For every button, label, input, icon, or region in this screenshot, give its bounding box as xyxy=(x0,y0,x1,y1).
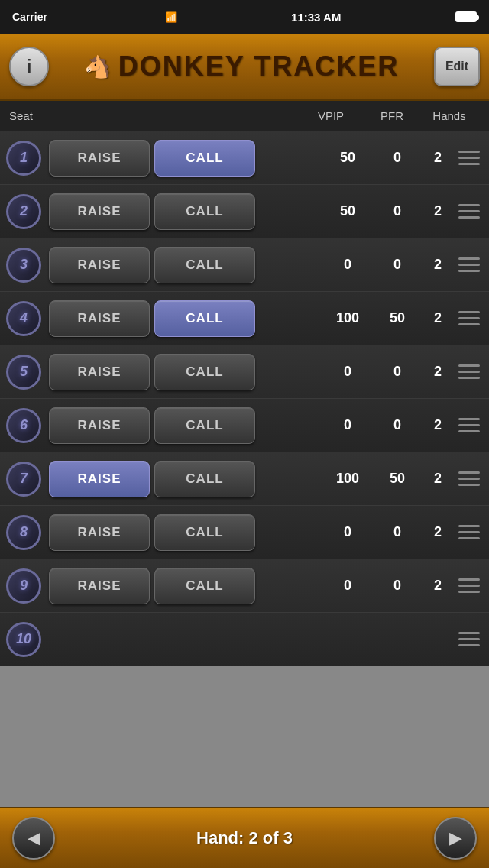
seat-row-4: 4 RAISE CALL 100 50 2 xyxy=(0,292,489,345)
pfr-value-6: 0 xyxy=(374,417,420,433)
menu-line-1-3 xyxy=(458,257,480,260)
stats-area-1: 50 0 2 xyxy=(321,147,483,168)
prev-hand-button[interactable]: ◀ xyxy=(12,817,55,860)
pfr-value-8: 0 xyxy=(374,524,420,540)
vpip-value-2: 50 xyxy=(321,203,374,219)
seat-badge-9: 9 xyxy=(6,568,41,604)
seat-number-2: 2 xyxy=(20,203,28,219)
raise-button-1[interactable]: RAISE xyxy=(49,140,150,177)
seat-row-5: 5 RAISE CALL 0 0 2 xyxy=(0,345,489,399)
raise-button-9[interactable]: RAISE xyxy=(49,568,150,604)
menu-icon-4[interactable] xyxy=(455,308,483,329)
pfr-value-3: 0 xyxy=(374,257,420,273)
menu-line-1-6 xyxy=(458,418,480,420)
seat-number-8: 8 xyxy=(20,524,28,540)
menu-icon-2[interactable] xyxy=(455,201,483,222)
time-label: 11:33 AM xyxy=(291,11,341,24)
seat-number-1: 1 xyxy=(20,150,28,166)
seat-badge-5: 5 xyxy=(6,355,41,390)
menu-line-1-8 xyxy=(458,525,480,527)
app-title: 🐴 DONKEY TRACKER xyxy=(84,50,399,83)
seat-badge-7: 7 xyxy=(6,462,41,497)
button-area-9: RAISE CALL xyxy=(49,568,255,604)
menu-icon-5[interactable] xyxy=(455,361,483,382)
vpip-value-1: 50 xyxy=(321,150,374,166)
menu-line-3-1 xyxy=(458,163,480,165)
hands-value-2: 2 xyxy=(420,203,455,219)
vpip-value-3: 0 xyxy=(321,257,374,273)
menu-icon-3[interactable] xyxy=(455,254,483,275)
menu-icon-7[interactable] xyxy=(455,468,483,489)
vpip-value-4: 100 xyxy=(321,310,374,326)
raise-button-3[interactable]: RAISE xyxy=(49,247,150,283)
menu-line-3-2 xyxy=(458,216,480,219)
next-arrow-icon: ▶ xyxy=(449,828,462,848)
seat-row-7: 7 RAISE CALL 100 50 2 xyxy=(0,452,489,506)
call-button-4[interactable]: CALL xyxy=(154,300,255,337)
menu-line-1-7 xyxy=(458,471,480,474)
menu-icon-6[interactable] xyxy=(455,415,483,436)
menu-line-2-4 xyxy=(458,317,480,319)
pfr-column-header: PFR xyxy=(365,109,419,122)
menu-line-2-6 xyxy=(458,424,480,426)
seat-number-6: 6 xyxy=(20,417,28,433)
menu-line-1-2 xyxy=(458,204,480,206)
pfr-value-1: 0 xyxy=(374,150,420,166)
hands-value-4: 2 xyxy=(420,310,455,326)
wifi-icon: 📶 xyxy=(165,11,177,23)
call-button-9[interactable]: CALL xyxy=(154,568,255,604)
app-footer: ◀ Hand: 2 of 3 ▶ xyxy=(0,807,489,868)
menu-line-2-7 xyxy=(458,478,480,480)
button-area-5: RAISE CALL xyxy=(49,354,255,390)
call-button-1[interactable]: CALL xyxy=(154,140,255,177)
menu-line-1-5 xyxy=(458,364,480,367)
edit-button[interactable]: Edit xyxy=(434,47,480,86)
menu-line-3-8 xyxy=(458,537,480,539)
call-button-6[interactable]: CALL xyxy=(154,407,255,444)
raise-button-6[interactable]: RAISE xyxy=(49,407,150,444)
vpip-value-7: 100 xyxy=(321,471,374,487)
raise-button-5[interactable]: RAISE xyxy=(49,354,150,390)
button-area-3: RAISE CALL xyxy=(49,247,255,283)
menu-line-3-3 xyxy=(458,270,480,272)
call-button-8[interactable]: CALL xyxy=(154,514,255,551)
button-area-4: RAISE CALL xyxy=(49,300,255,337)
raise-button-2[interactable]: RAISE xyxy=(49,193,150,230)
hands-column-header: Hands xyxy=(419,109,480,122)
pfr-value-2: 0 xyxy=(374,203,420,219)
pfr-value-5: 0 xyxy=(374,364,420,380)
raise-button-4[interactable]: RAISE xyxy=(49,300,150,337)
hands-value-7: 2 xyxy=(420,471,455,487)
button-area-2: RAISE CALL xyxy=(49,193,255,230)
call-button-7[interactable]: CALL xyxy=(154,461,255,497)
seat-number-10: 10 xyxy=(16,631,31,647)
next-hand-button[interactable]: ▶ xyxy=(434,817,477,860)
call-button-3[interactable]: CALL xyxy=(154,247,255,283)
raise-button-8[interactable]: RAISE xyxy=(49,514,150,551)
menu-line-1-1 xyxy=(458,151,480,153)
call-button-2[interactable]: CALL xyxy=(154,193,255,230)
info-button[interactable]: i xyxy=(9,47,49,86)
vpip-column-header: VPIP xyxy=(296,109,365,122)
raise-button-7[interactable]: RAISE xyxy=(49,461,150,497)
menu-icon-10[interactable] xyxy=(455,629,483,649)
seat-row-9: 9 RAISE CALL 0 0 2 xyxy=(0,559,489,613)
button-area-6: RAISE CALL xyxy=(49,407,255,444)
hands-value-3: 2 xyxy=(420,257,455,273)
menu-line-2-3 xyxy=(458,264,480,266)
menu-icon-1[interactable] xyxy=(455,147,483,168)
stats-area-7: 100 50 2 xyxy=(321,468,483,489)
app-title-text: DONKEY TRACKER xyxy=(118,50,399,83)
menu-line-3-6 xyxy=(458,430,480,432)
seats-table: 1 RAISE CALL 50 0 2 2 RAISE CALL 50 0 2 xyxy=(0,131,489,666)
hands-value-6: 2 xyxy=(420,417,455,433)
menu-icon-8[interactable] xyxy=(455,522,483,542)
seat-row-6: 6 RAISE CALL 0 0 2 xyxy=(0,399,489,452)
seat-badge-4: 4 xyxy=(6,301,41,336)
seat-badge-3: 3 xyxy=(6,248,41,283)
menu-line-3-7 xyxy=(458,484,480,486)
menu-icon-9[interactable] xyxy=(455,575,483,596)
seat-row-3: 3 RAISE CALL 0 0 2 xyxy=(0,238,489,292)
call-button-5[interactable]: CALL xyxy=(154,354,255,390)
menu-line-2-2 xyxy=(458,210,480,212)
